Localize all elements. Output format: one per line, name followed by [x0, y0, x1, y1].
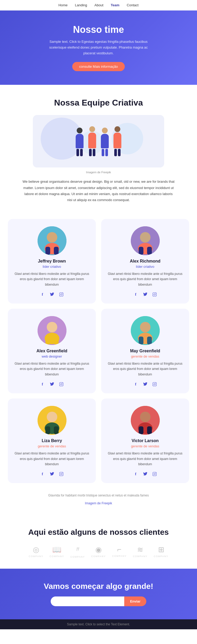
svg-rect-21: [60, 382, 63, 386]
svg-point-25: [140, 322, 151, 332]
client-logo-label-6: COMPANY: [154, 555, 168, 558]
instagram-icon-2[interactable]: [58, 381, 65, 388]
team-member-name-3: May Greenfield: [130, 349, 160, 353]
instagram-icon-1[interactable]: [151, 291, 158, 298]
figure-1: [76, 128, 84, 156]
cta-form: Enviar: [11, 596, 186, 606]
facebook-icon-2[interactable]: f: [39, 381, 46, 388]
team-member-role-0: líder criativo: [43, 265, 61, 269]
team-member-role-1: líder criativo: [136, 265, 154, 269]
svg-rect-37: [60, 472, 63, 476]
team-member-avatar-3: [131, 316, 160, 345]
team-member-name-2: Alex Greenfield: [37, 349, 67, 353]
team-card-4: Liza Berry gerente de vendas Glavi amet …: [8, 399, 96, 483]
svg-point-15: [155, 293, 156, 293]
team-member-role-2: web designer: [42, 354, 62, 358]
hero-cta-button[interactable]: consulte Mais informação: [72, 62, 125, 71]
team-member-role-5: gerente de vendas: [131, 444, 159, 448]
instagram-icon-0[interactable]: [58, 291, 65, 298]
cta-email-input[interactable]: [51, 596, 124, 606]
twitter-icon-1[interactable]: [142, 291, 149, 298]
navigation: HomeLandingAboutTeamContact: [0, 0, 197, 11]
team-member-desc-1: Glavi amet ritnisi libero molestie ante …: [107, 271, 183, 287]
team-section-title: Nossa Equipe Criativa: [11, 98, 186, 108]
facebook-icon-4[interactable]: f: [39, 470, 46, 477]
client-logo-0: ◎ COMPANY: [29, 545, 43, 558]
svg-point-30: [154, 383, 155, 385]
team-member-avatar-4: [38, 406, 66, 435]
illustration-credit: Imagem de Freepik: [11, 171, 186, 174]
team-card-2: Alex Greenfield web designer Glavi amet …: [8, 309, 96, 393]
cta-section: Vamos começar algo grande! Enviar: [0, 569, 197, 619]
clients-section: Aqui estão alguns de nossos clientes ◎ C…: [0, 515, 197, 569]
client-logo-icon-5: ≋: [137, 545, 143, 554]
team-member-socials-5: f: [132, 470, 158, 477]
facebook-icon-0[interactable]: f: [39, 291, 46, 298]
team-member-desc-4: Glavi amet ritnisi libero molestie ante …: [14, 451, 90, 467]
facebook-icon-3[interactable]: f: [132, 381, 139, 388]
team-member-socials-3: f: [132, 381, 158, 388]
illustration-figures: [76, 126, 121, 156]
client-logo-icon-1: 📖: [52, 545, 61, 554]
facebook-icon-5[interactable]: f: [132, 470, 139, 477]
team-member-name-0: Jeffrey Brown: [38, 259, 66, 264]
nav-item-contact[interactable]: Contact: [127, 3, 139, 7]
instagram-icon-3[interactable]: [151, 381, 158, 388]
twitter-icon-5[interactable]: [142, 470, 149, 477]
nav-item-landing[interactable]: Landing: [75, 3, 87, 7]
hero-section: Nosso time Sample text. Click to Egestas…: [0, 11, 197, 85]
svg-rect-29: [153, 382, 157, 386]
client-logo-1: 📖 COMPANY: [50, 545, 64, 558]
team-card-1: Alex Richmond líder criativo Glavi amet …: [101, 219, 189, 303]
svg-point-17: [47, 322, 57, 332]
nav-item-home[interactable]: Home: [59, 3, 68, 7]
bottom-bar-text: Sample text. Click to select the Text El…: [67, 622, 130, 626]
team-member-role-4: gerente de vendas: [38, 444, 66, 448]
team-member-name-4: Liza Berry: [42, 438, 62, 443]
svg-rect-4: [54, 247, 59, 255]
section-footer-link: Imagem de Freepik: [0, 499, 197, 507]
nav-item-team[interactable]: Team: [111, 3, 120, 7]
clients-title: Aqui estão alguns de nossos clientes: [11, 528, 186, 537]
team-cards-grid: Jeffrey Brown líder criativo Glavi amet …: [0, 219, 197, 489]
team-member-avatar-5: [131, 406, 160, 435]
client-logo-label-5: COMPANY: [133, 555, 147, 558]
twitter-icon-3[interactable]: [142, 381, 149, 388]
svg-point-23: [62, 383, 63, 383]
twitter-icon-2[interactable]: [49, 381, 55, 388]
twitter-icon-0[interactable]: [49, 291, 55, 298]
svg-rect-35: [45, 426, 50, 434]
freepik-link[interactable]: Imagem de Freepik: [85, 501, 112, 505]
client-logo-icon-4: ⌐: [117, 545, 121, 554]
team-member-name-5: Victor Larson: [132, 438, 159, 443]
team-member-desc-3: Glavi amet ritnisi libero molestie ante …: [107, 361, 183, 377]
svg-point-33: [47, 412, 57, 422]
section-credits: Glavrida for habitant morbi tristique se…: [0, 488, 197, 515]
twitter-icon-4[interactable]: [49, 470, 55, 477]
team-member-avatar-0: [38, 226, 66, 255]
nav-item-about[interactable]: About: [95, 3, 103, 7]
team-member-socials-1: f: [132, 291, 158, 298]
team-member-socials-2: f: [39, 381, 65, 388]
svg-rect-43: [139, 426, 143, 434]
client-logo-2: 〃 COMPANY: [70, 544, 85, 558]
team-section: Nossa Equipe Criativa: [0, 85, 197, 219]
cta-title: Vamos começar algo grande!: [11, 582, 186, 591]
client-logo-icon-3: ◉: [95, 545, 102, 554]
team-member-role-3: gerente de vendas: [131, 354, 159, 358]
svg-rect-5: [60, 292, 63, 296]
client-logo-label-4: COMPANY: [112, 555, 127, 557]
svg-rect-3: [45, 247, 50, 255]
team-card-0: Jeffrey Brown líder criativo Glavi amet …: [8, 219, 96, 303]
facebook-icon-1[interactable]: f: [132, 291, 139, 298]
figure-3: [101, 128, 109, 156]
team-member-desc-0: Glavi amet ritnisi libero molestie ante …: [14, 271, 90, 287]
instagram-icon-4[interactable]: [58, 470, 65, 477]
team-member-socials-4: f: [39, 470, 65, 477]
cta-submit-button[interactable]: Enviar: [124, 596, 146, 606]
client-logo-label-1: COMPANY: [50, 555, 64, 558]
client-logo-icon-0: ◎: [33, 545, 39, 554]
instagram-icon-5[interactable]: [151, 470, 158, 477]
svg-rect-20: [54, 337, 59, 344]
team-member-desc-2: Glavi amet ritnisi libero molestie ante …: [14, 361, 90, 377]
